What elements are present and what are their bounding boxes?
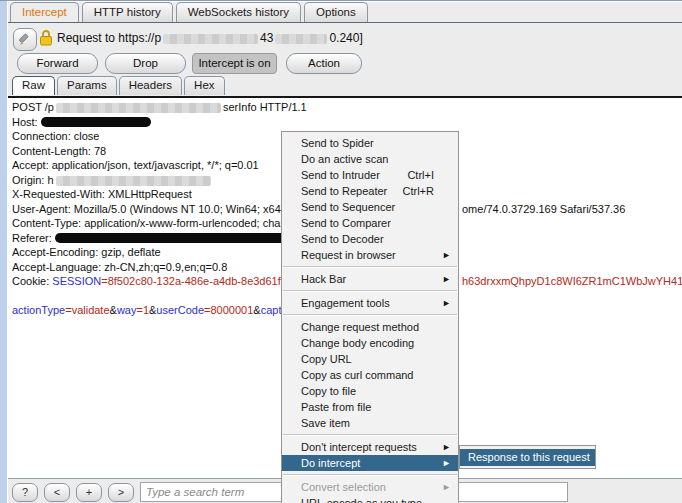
menu-shortcut: Ctrl+R bbox=[403, 183, 434, 199]
menu-item-label: Send to Repeater bbox=[301, 185, 387, 197]
menu-item-send-to-spider[interactable]: Send to Spider bbox=[282, 135, 458, 151]
request-text: =1 bbox=[136, 304, 149, 316]
pencil-icon bbox=[19, 33, 32, 46]
submenu-arrow-icon: ► bbox=[442, 439, 451, 455]
tab-raw[interactable]: Raw bbox=[12, 76, 55, 95]
menu-item-label: Do an active scan bbox=[301, 153, 388, 165]
menu-item-don-t-intercept-requests[interactable]: Don't intercept requests► bbox=[282, 439, 458, 455]
request-text: Host: bbox=[12, 116, 41, 128]
menu-item-label: Send to Intruder bbox=[301, 169, 380, 181]
black-redaction bbox=[41, 117, 151, 127]
request-text: serInfo HTTP/1.1 bbox=[223, 101, 307, 113]
request-text: Referer: bbox=[12, 232, 55, 244]
blur-redaction bbox=[56, 103, 221, 113]
menu-item-paste-from-file[interactable]: Paste from file bbox=[282, 399, 458, 415]
menu-item-do-intercept[interactable]: Do intercept► bbox=[282, 455, 458, 471]
request-text: ome/74.0.3729.169 Safari/537.36 bbox=[462, 202, 625, 217]
blur-redaction bbox=[275, 34, 327, 44]
menu-item-label: Send to Decoder bbox=[301, 233, 384, 245]
drop-button[interactable]: Drop bbox=[105, 53, 186, 74]
menu-item-send-to-decoder[interactable]: Send to Decoder bbox=[282, 231, 458, 247]
request-title-text: Request to https://p bbox=[57, 31, 161, 45]
request-text: =8000001 bbox=[204, 304, 253, 316]
request-text: SESSION bbox=[52, 275, 101, 287]
menu-item-label: Change request method bbox=[301, 321, 419, 333]
menu-item-do-an-active-scan[interactable]: Do an active scan bbox=[282, 151, 458, 167]
menu-item-change-request-method[interactable]: Change request method bbox=[282, 319, 458, 335]
top-tab-bar: Intercept HTTP history WebSockets histor… bbox=[8, 2, 682, 23]
action-button[interactable]: Action bbox=[286, 53, 362, 74]
menu-item-url-encode-as-you-type[interactable]: URL-encode as you type bbox=[282, 495, 458, 503]
menu-item-label: Engagement tools bbox=[301, 297, 390, 309]
menu-item-label: Do intercept bbox=[301, 457, 360, 469]
request-text: actionType bbox=[12, 304, 65, 316]
context-menu: Send to SpiderDo an active scanSend to I… bbox=[281, 131, 459, 503]
request-title-text: 0.240] bbox=[329, 31, 362, 45]
menu-item-send-to-repeater[interactable]: Send to RepeaterCtrl+R bbox=[282, 183, 458, 199]
menu-item-label: Request in browser bbox=[301, 249, 396, 261]
request-text: h63drxxmQhpyD1c8WI6ZR1mC1WbJwYH41vYj!1 bbox=[462, 274, 682, 289]
burp-intercept-window: { "colors": { "accent_orange": "#e8730e"… bbox=[0, 0, 682, 503]
submenu-arrow-icon: ► bbox=[442, 247, 451, 263]
request-line: Host: bbox=[12, 115, 678, 130]
menu-item-send-to-sequencer[interactable]: Send to Sequencer bbox=[282, 199, 458, 215]
tab-http-history[interactable]: HTTP history bbox=[82, 2, 173, 22]
menu-item-copy-url[interactable]: Copy URL bbox=[282, 351, 458, 367]
tab-intercept[interactable]: Intercept bbox=[10, 2, 79, 22]
menu-item-save-item[interactable]: Save item bbox=[282, 415, 458, 431]
do-intercept-submenu: Response to this request bbox=[459, 445, 596, 469]
search-next-button[interactable]: > bbox=[108, 483, 134, 502]
menu-item-request-in-browser[interactable]: Request in browser► bbox=[282, 247, 458, 263]
menu-item-engagement-tools[interactable]: Engagement tools► bbox=[282, 295, 458, 311]
request-text: userCode bbox=[156, 304, 204, 316]
menu-item-label: Change body encoding bbox=[301, 337, 414, 349]
submenu-item-response-to-this-request[interactable]: Response to this request bbox=[460, 449, 595, 466]
search-prev-button[interactable]: < bbox=[44, 483, 70, 502]
intercept-toggle-button[interactable]: Intercept is on bbox=[192, 53, 277, 74]
menu-separator bbox=[283, 434, 457, 436]
tab-params[interactable]: Params bbox=[57, 76, 117, 95]
tab-websockets-history[interactable]: WebSockets history bbox=[176, 2, 301, 22]
menu-item-copy-to-file[interactable]: Copy to file bbox=[282, 383, 458, 399]
menu-item-copy-as-curl-command[interactable]: Copy as curl command bbox=[282, 367, 458, 383]
menu-item-label: Send to Comparer bbox=[301, 217, 391, 229]
menu-item-send-to-comparer[interactable]: Send to Comparer bbox=[282, 215, 458, 231]
menu-item-label: Send to Sequencer bbox=[301, 201, 395, 213]
intercept-toolbar: Request to https://p430.240] Forward Dro… bbox=[8, 23, 682, 96]
request-text: Connection: close bbox=[12, 130, 99, 142]
forward-button[interactable]: Forward bbox=[17, 53, 98, 74]
request-text: POST /p bbox=[12, 101, 54, 113]
request-text: Accept: application/json, text/javascrip… bbox=[12, 159, 259, 171]
search-help-button[interactable]: ? bbox=[12, 483, 38, 502]
blur-redaction bbox=[56, 176, 211, 186]
menu-item-label: Hack Bar bbox=[301, 273, 346, 285]
submenu-arrow-icon: ► bbox=[442, 455, 451, 471]
edit-request-button[interactable] bbox=[13, 28, 37, 51]
menu-separator bbox=[283, 474, 457, 476]
menu-separator bbox=[283, 266, 457, 268]
menu-item-label: Copy to file bbox=[301, 385, 356, 397]
request-line: POST /pserInfo HTTP/1.1 bbox=[12, 100, 678, 115]
menu-item-change-body-encoding[interactable]: Change body encoding bbox=[282, 335, 458, 351]
black-redaction bbox=[55, 233, 300, 243]
request-title: Request to https://p430.240] bbox=[57, 31, 363, 45]
request-text: & bbox=[253, 304, 260, 316]
menu-item-send-to-intruder[interactable]: Send to IntruderCtrl+I bbox=[282, 167, 458, 183]
submenu-arrow-icon: ► bbox=[442, 271, 451, 287]
tab-headers[interactable]: Headers bbox=[119, 76, 182, 95]
request-text: way bbox=[117, 304, 137, 316]
menu-item-label: URL-encode as you type bbox=[301, 497, 422, 503]
menu-item-label: Save item bbox=[301, 417, 350, 429]
menu-item-hack-bar[interactable]: Hack Bar► bbox=[282, 271, 458, 287]
request-text: Cookie: bbox=[12, 275, 52, 287]
search-add-button[interactable]: + bbox=[76, 483, 102, 502]
tab-hex[interactable]: Hex bbox=[184, 76, 224, 95]
submenu-arrow-icon: ► bbox=[442, 479, 451, 495]
menu-separator bbox=[283, 290, 457, 292]
request-text: Origin: h bbox=[12, 174, 54, 186]
tab-options[interactable]: Options bbox=[304, 2, 368, 22]
menu-item-label: Copy URL bbox=[301, 353, 352, 365]
menu-separator bbox=[283, 314, 457, 316]
blur-redaction bbox=[163, 34, 258, 44]
submenu-arrow-icon: ► bbox=[442, 295, 451, 311]
